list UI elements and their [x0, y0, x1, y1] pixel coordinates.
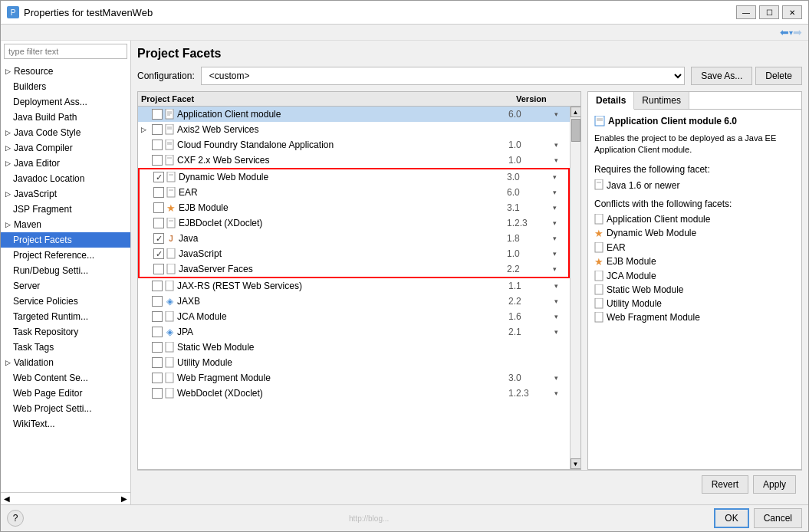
- checkbox-javascript[interactable]: ✓: [153, 248, 164, 259]
- version-dropdown-icon[interactable]: ▾: [553, 173, 565, 181]
- filter-input[interactable]: [4, 44, 127, 59]
- facet-row-jca[interactable]: JCA Module 1.6 ▾: [138, 309, 570, 324]
- scroll-right-icon[interactable]: ▶: [121, 494, 127, 503]
- sidebar-item-web-project[interactable]: Web Project Setti...: [1, 401, 130, 416]
- checkbox-jax-rs[interactable]: [152, 281, 163, 291]
- sidebar-item-task-tags[interactable]: Task Tags: [1, 340, 130, 355]
- forward-arrow[interactable]: ➡: [793, 26, 802, 38]
- checkbox-ear[interactable]: [153, 187, 164, 198]
- checkbox-jsf[interactable]: [153, 264, 164, 274]
- checkbox-jaxb[interactable]: [152, 296, 163, 307]
- sidebar-item-java-code-style[interactable]: ▷ Java Code Style: [1, 125, 130, 140]
- delete-button[interactable]: Delete: [755, 67, 802, 85]
- facets-scrollbar[interactable]: ▲ ▼: [570, 107, 580, 469]
- facet-row-javascript[interactable]: ✓ JavaScript 1.0 ▾: [140, 246, 568, 261]
- sidebar-item-service-policies[interactable]: Service Policies: [1, 294, 130, 309]
- checkbox-java[interactable]: ✓: [153, 233, 164, 244]
- version-dropdown-icon[interactable]: ▾: [553, 219, 565, 227]
- checkbox-app-client[interactable]: [152, 109, 163, 120]
- sidebar-item-builders[interactable]: Builders: [1, 79, 130, 94]
- checkbox-web-fragment[interactable]: [152, 373, 163, 383]
- sidebar-item-java-build-path[interactable]: Java Build Path: [1, 110, 130, 125]
- version-dropdown-icon[interactable]: ▾: [554, 297, 567, 305]
- version-dropdown-icon[interactable]: ▾: [554, 328, 567, 336]
- checkbox-static-web[interactable]: [152, 342, 163, 353]
- facet-row-app-client[interactable]: Application Client module 6.0 ▾: [138, 107, 570, 122]
- facet-row-static-web[interactable]: Static Web Module: [138, 340, 570, 355]
- cancel-button[interactable]: Cancel: [754, 508, 802, 528]
- tab-details[interactable]: Details: [588, 92, 634, 110]
- facet-row-jsf[interactable]: JavaServer Faces 2.2 ▾: [140, 261, 568, 277]
- checkbox-axis2[interactable]: [152, 124, 163, 135]
- version-dropdown-icon[interactable]: ▾: [554, 110, 567, 118]
- checkbox-cxf[interactable]: [152, 155, 163, 166]
- version-dropdown-icon[interactable]: ▾: [553, 204, 565, 212]
- sidebar-item-server[interactable]: Server: [1, 278, 130, 294]
- scroll-thumb[interactable]: [571, 119, 580, 142]
- sidebar-item-project-facets[interactable]: Project Facets: [1, 232, 130, 248]
- facet-row-jaxb[interactable]: ◈ JAXB 2.2 ▾: [138, 294, 570, 309]
- facet-row-jpa[interactable]: ◈ JPA 2.1 ▾: [138, 324, 570, 340]
- revert-button[interactable]: Revert: [702, 475, 748, 494]
- sidebar-item-task-repository[interactable]: Task Repository: [1, 324, 130, 340]
- back-arrow[interactable]: ⬅: [780, 26, 789, 38]
- sidebar-item-javadoc[interactable]: Javadoc Location: [1, 171, 130, 186]
- scroll-left-icon[interactable]: ◀: [4, 494, 10, 503]
- sidebar-item-maven[interactable]: ▷ Maven: [1, 217, 130, 232]
- facet-row-jax-rs[interactable]: JAX-RS (REST Web Services) 1.1 ▾: [138, 278, 570, 294]
- checkbox-ejb[interactable]: [153, 202, 164, 213]
- scroll-down-button[interactable]: ▼: [571, 458, 581, 469]
- sidebar-item-web-page[interactable]: Web Page Editor: [1, 386, 130, 401]
- facet-row-webdoclet[interactable]: WebDoclet (XDoclet) 1.2.3 ▾: [138, 386, 570, 401]
- sidebar-item-deployment[interactable]: Deployment Ass...: [1, 94, 130, 110]
- facet-row-java[interactable]: ✓ J Java 1.8 ▾: [140, 231, 568, 246]
- sidebar-item-web-content[interactable]: Web Content Se...: [1, 370, 130, 386]
- checkbox-jca[interactable]: [152, 311, 163, 322]
- version-dropdown-icon[interactable]: ▾: [553, 189, 565, 196]
- sidebar-item-javascript[interactable]: ▷ JavaScript: [1, 186, 130, 202]
- sidebar-item-run-debug[interactable]: Run/Debug Setti...: [1, 263, 130, 278]
- sidebar-item-java-compiler[interactable]: ▷ Java Compiler: [1, 140, 130, 156]
- expand-icon[interactable]: ▷: [141, 126, 152, 133]
- facet-row-utility[interactable]: Utility Module: [138, 355, 570, 370]
- checkbox-ejbdoclet[interactable]: [153, 218, 164, 228]
- minimize-button[interactable]: —: [736, 5, 756, 19]
- facet-row-ejbdoclet[interactable]: EJBDoclet (XDoclet) 1.2.3 ▾: [140, 215, 568, 231]
- close-button[interactable]: ✕: [782, 5, 802, 19]
- help-button[interactable]: ?: [7, 510, 24, 527]
- facet-row-dynamic-web[interactable]: ✓ Dynamic Web Module 3.0 ▾: [140, 169, 568, 185]
- facet-row-ejb[interactable]: ★ EJB Module 3.1 ▾: [140, 200, 568, 215]
- sidebar-item-jsp[interactable]: JSP Fragment: [1, 202, 130, 217]
- version-dropdown-icon[interactable]: ▾: [554, 313, 567, 320]
- version-dropdown-icon[interactable]: ▾: [553, 265, 565, 273]
- sidebar-item-validation[interactable]: ▷ Validation: [1, 355, 130, 370]
- sidebar-item-java-editor[interactable]: ▷ Java Editor: [1, 156, 130, 171]
- scroll-up-button[interactable]: ▲: [571, 107, 581, 117]
- version-dropdown-icon[interactable]: ▾: [554, 282, 567, 290]
- checkbox-cloud-foundry[interactable]: [152, 140, 163, 150]
- sidebar-item-resource[interactable]: ▷ Resource: [1, 64, 130, 79]
- facet-row-axis2[interactable]: ▷ Axis2 Web Services: [138, 122, 570, 137]
- version-dropdown-icon[interactable]: ▾: [554, 389, 567, 397]
- version-dropdown-icon[interactable]: ▾: [553, 250, 565, 258]
- config-select[interactable]: <custom>: [201, 67, 686, 85]
- sidebar-item-targeted-runtime[interactable]: Targeted Runtim...: [1, 309, 130, 324]
- version-dropdown-icon[interactable]: ▾: [554, 141, 567, 149]
- maximize-button[interactable]: ☐: [759, 5, 779, 19]
- checkbox-webdoclet[interactable]: [152, 388, 163, 399]
- ok-button[interactable]: OK: [714, 508, 748, 528]
- apply-button[interactable]: Apply: [753, 475, 796, 494]
- checkbox-jpa[interactable]: [152, 327, 163, 337]
- facet-row-cxf[interactable]: CXF 2.x Web Services 1.0 ▾: [138, 153, 570, 168]
- checkbox-utility[interactable]: [152, 357, 163, 368]
- tab-runtimes[interactable]: Runtimes: [634, 92, 689, 109]
- facet-row-cloud-foundry[interactable]: Cloud Foundry Standalone Application 1.0…: [138, 137, 570, 153]
- version-dropdown-icon[interactable]: ▾: [554, 156, 567, 164]
- checkbox-dynamic-web[interactable]: ✓: [153, 172, 164, 182]
- sidebar-item-project-reference[interactable]: Project Reference...: [1, 248, 130, 263]
- facet-row-ear[interactable]: EAR 6.0 ▾: [140, 185, 568, 200]
- facet-row-web-fragment[interactable]: Web Fragment Module 3.0 ▾: [138, 370, 570, 386]
- version-dropdown-icon[interactable]: ▾: [553, 235, 565, 242]
- sidebar-item-wikitext[interactable]: WikiText...: [1, 416, 130, 432]
- save-as-button[interactable]: Save As...: [691, 67, 752, 85]
